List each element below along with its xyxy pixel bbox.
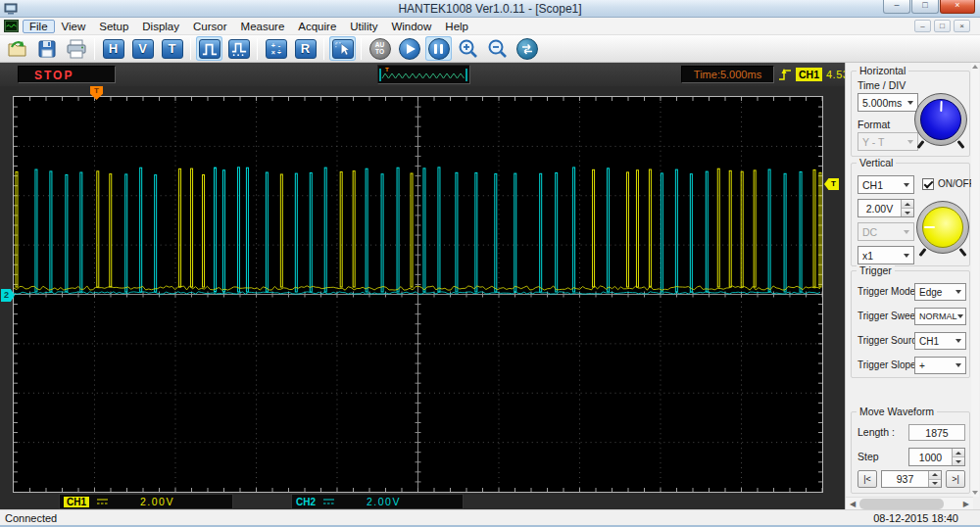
- horizontal-knob[interactable]: [914, 93, 967, 146]
- time-div-select[interactable]: 5.000ms: [858, 93, 918, 112]
- channel-onoff-checkbox[interactable]: [922, 178, 934, 190]
- chevron-down-icon: [907, 101, 913, 105]
- menu-setup[interactable]: Setup: [92, 20, 135, 33]
- scrollbar-thumb[interactable]: [859, 499, 944, 509]
- zoom-in-button[interactable]: [455, 36, 481, 61]
- vertical-panel-button[interactable]: V: [129, 36, 156, 61]
- channel2-scale: 2.00V: [367, 496, 401, 507]
- chevron-down-icon: [957, 314, 963, 318]
- child-minimize-button[interactable]: –: [914, 20, 931, 32]
- menu-file[interactable]: File: [23, 20, 55, 33]
- cursor-tool-button[interactable]: [329, 36, 356, 61]
- dc-coupling-icon: [322, 498, 335, 505]
- panel-vertical-scrollbar[interactable]: [971, 63, 979, 497]
- chevron-down-icon: [956, 363, 961, 367]
- chevron-down-icon: [904, 230, 909, 234]
- position-spinner[interactable]: 937: [881, 470, 942, 488]
- save-button[interactable]: [33, 36, 60, 61]
- step-spinner[interactable]: 1000: [908, 448, 965, 466]
- math-button[interactable]: + - × ÷: [263, 36, 289, 61]
- coupling-select[interactable]: DC: [858, 222, 914, 241]
- digital-waveform-button[interactable]: [225, 36, 252, 61]
- panel-horizontal-scrollbar[interactable]: ◀ ▶: [846, 497, 973, 509]
- open-button[interactable]: [4, 36, 30, 61]
- r-icon: R: [295, 39, 317, 59]
- menu-measure[interactable]: Measure: [234, 20, 292, 33]
- trigger-source-badge: CH1: [796, 68, 822, 81]
- autoset-button[interactable]: AU TO: [367, 36, 393, 61]
- toolbar-separator: [190, 38, 191, 60]
- menu-display[interactable]: Display: [135, 20, 186, 33]
- toolbar-separator: [323, 38, 324, 60]
- open-file-icon: [6, 37, 29, 61]
- print-button[interactable]: [63, 36, 89, 61]
- time-div-label: Time / DIV: [858, 79, 906, 91]
- trigger-slope-select[interactable]: +: [914, 357, 966, 374]
- horizontal-group-title: Horizontal: [857, 65, 908, 76]
- scope-plot-area[interactable]: [13, 96, 823, 493]
- start-button[interactable]: [396, 36, 422, 61]
- vertical-knob[interactable]: [916, 201, 969, 254]
- go-last-button[interactable]: >|: [946, 470, 965, 488]
- trigger-mode-select[interactable]: Edge: [914, 283, 966, 301]
- trigger-sweep-select[interactable]: NORMAL: [914, 308, 966, 325]
- trigger-panel-button[interactable]: T: [159, 36, 185, 61]
- reference-button[interactable]: R: [292, 36, 318, 61]
- child-restore-button[interactable]: □: [934, 20, 951, 32]
- waveform-preview[interactable]: T: [377, 65, 470, 84]
- refresh-button[interactable]: [514, 36, 540, 61]
- menu-cursor[interactable]: Cursor: [186, 20, 234, 33]
- maximize-button[interactable]: □: [911, 0, 939, 14]
- channel1-readout: CH1 2.00V: [59, 494, 233, 509]
- menu-acquire[interactable]: Acquire: [291, 20, 343, 33]
- pause-button[interactable]: [425, 36, 452, 61]
- horizontal-group: Horizontal Time / DIV 5.000ms Format Y -…: [851, 71, 970, 157]
- save-icon: [35, 37, 59, 61]
- chevron-down-icon: [904, 254, 909, 258]
- format-label: Format: [858, 119, 890, 130]
- menu-window[interactable]: Window: [384, 20, 438, 33]
- channel1-badge: CH1: [64, 497, 89, 507]
- format-select[interactable]: Y - T: [858, 132, 918, 151]
- zoom-out-icon: [486, 37, 510, 61]
- menu-view[interactable]: View: [55, 20, 93, 33]
- step-label: Step: [858, 451, 879, 462]
- scroll-left-icon[interactable]: ◀: [850, 501, 856, 508]
- menu-help[interactable]: Help: [438, 20, 475, 33]
- close-button[interactable]: ×: [940, 0, 975, 14]
- probe-select[interactable]: x1: [858, 246, 914, 264]
- scope-display-frame: T T 2 CH1 2.00V CH2 2.00V: [0, 86, 845, 509]
- minimize-button[interactable]: –: [883, 0, 910, 14]
- volts-div-spinner[interactable]: 2.00V: [858, 199, 914, 217]
- trigger-level-marker[interactable]: T: [824, 178, 839, 190]
- menu-utility[interactable]: Utility: [343, 20, 384, 33]
- scope-info-bar: STOP T Time:5.000ms CH1 4.53V: [0, 63, 845, 86]
- trigger-source-label: Trigger Source: [858, 335, 922, 346]
- zoom-out-button[interactable]: [484, 36, 511, 61]
- chevron-down-icon: [904, 183, 909, 187]
- control-panel: Horizontal Time / DIV 5.000ms Format Y -…: [845, 63, 980, 509]
- child-close-button[interactable]: ×: [954, 20, 970, 32]
- zoom-in-icon: [457, 37, 480, 61]
- channel-select[interactable]: CH1: [858, 175, 914, 194]
- trigger-sweep-label: Trigger Sweep: [858, 311, 921, 321]
- waveform-svg: [14, 97, 822, 492]
- run-state-indicator: STOP: [18, 66, 116, 83]
- menu-bar: File View Setup Display Cursor Measure A…: [0, 18, 980, 35]
- title-bar: HANTEK1008 Ver1.0.11 - [Scope1] – □ ×: [0, 0, 980, 18]
- move-waveform-title: Move Waveform: [857, 406, 937, 417]
- status-bar: Connected 08-12-2015 18:40: [0, 509, 980, 527]
- trigger-slope-label: Trigger Slope: [858, 359, 916, 370]
- waveform-mode-button[interactable]: [196, 36, 222, 61]
- scroll-right-icon[interactable]: ▶: [963, 501, 969, 508]
- h-icon: H: [103, 39, 124, 59]
- trigger-source-select[interactable]: CH1: [914, 332, 966, 350]
- scroll-up-icon[interactable]: [972, 65, 978, 69]
- math-operations-icon: + - × ÷: [266, 39, 287, 59]
- svg-text:T: T: [385, 67, 389, 72]
- go-first-button[interactable]: |<: [858, 470, 877, 488]
- horizontal-panel-button[interactable]: H: [100, 36, 126, 61]
- trigger-edge-icon: [778, 67, 793, 82]
- scroll-down-icon[interactable]: [972, 491, 978, 495]
- channel1-scale: 2.00V: [140, 496, 174, 507]
